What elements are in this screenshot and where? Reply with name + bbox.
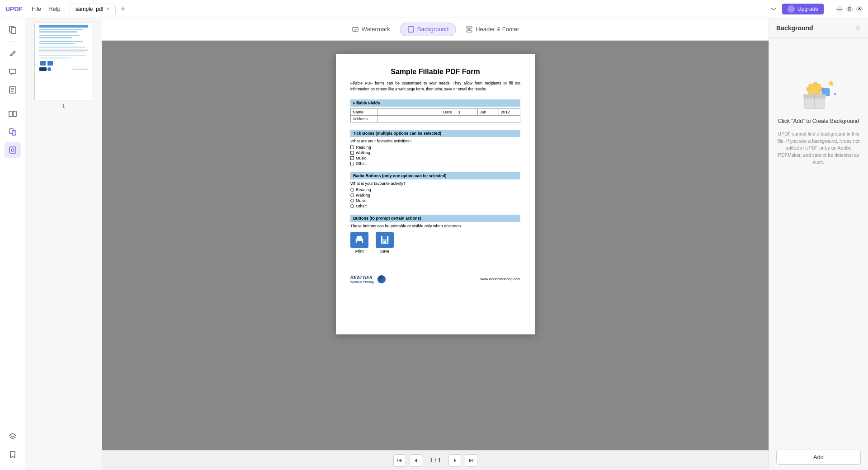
background-illustration bbox=[796, 72, 841, 113]
right-panel-desc: UPDF cannot find a background in this fi… bbox=[776, 131, 861, 166]
tab-add-button[interactable]: + bbox=[118, 4, 128, 14]
svg-rect-27 bbox=[383, 241, 386, 243]
tab-bar: sample_pdf ✕ + bbox=[70, 4, 770, 14]
nav-prev-page[interactable] bbox=[410, 454, 422, 467]
pdf-footer: BEATTIES World of Printing www.worldofpr… bbox=[350, 272, 520, 284]
radio-reading: Reading bbox=[350, 188, 520, 192]
date-month: Jan bbox=[477, 108, 499, 115]
sidebar-icon-comment[interactable] bbox=[5, 64, 21, 80]
logo-beatties: BEATTIES bbox=[350, 275, 374, 280]
svg-rect-7 bbox=[9, 111, 12, 117]
nav-last-page[interactable] bbox=[465, 454, 477, 467]
sidebar-icon-bookmark[interactable] bbox=[5, 446, 21, 463]
background-button[interactable]: Background bbox=[400, 23, 456, 36]
date-day: 1 bbox=[456, 108, 477, 115]
radio-circle-music bbox=[350, 199, 354, 202]
right-panel-title: Background bbox=[776, 24, 813, 32]
watermark-button[interactable]: W Watermark bbox=[344, 23, 398, 36]
buttons-section-container: Buttons (to prompt certain actions) Thes… bbox=[350, 215, 520, 254]
svg-marker-36 bbox=[828, 80, 835, 87]
address-input bbox=[377, 115, 520, 122]
nav-first-page[interactable] bbox=[393, 454, 406, 467]
tab-sample-pdf[interactable]: sample_pdf ✕ bbox=[70, 4, 116, 14]
header-footer-button[interactable]: Header & Footer bbox=[458, 23, 527, 36]
date-label: Date bbox=[441, 108, 456, 115]
titlebar-right: Upgrade — ⊡ ✕ bbox=[770, 4, 863, 14]
right-panel-footer: Add bbox=[769, 444, 868, 470]
close-button[interactable]: ✕ bbox=[856, 6, 863, 12]
sidebar-divider-1 bbox=[7, 42, 18, 42]
app-logo: UPDF bbox=[5, 5, 23, 13]
tab-label: sample_pdf bbox=[75, 6, 104, 12]
svg-rect-25 bbox=[382, 236, 387, 240]
svg-rect-10 bbox=[12, 131, 16, 135]
radio-circle-other bbox=[350, 204, 354, 208]
date-year: 2012 bbox=[499, 108, 520, 115]
pdf-view-area[interactable]: Sample Fillable PDF Form Fillable PDF fo… bbox=[102, 41, 769, 450]
dropdown-icon bbox=[770, 6, 777, 12]
sidebar-icon-layers[interactable] bbox=[5, 428, 21, 445]
menu-file[interactable]: File bbox=[32, 5, 41, 12]
upgrade-button[interactable]: Upgrade bbox=[782, 4, 824, 14]
pin-icon[interactable]: ☆ bbox=[854, 24, 861, 32]
sidebar-icon-convert[interactable] bbox=[5, 124, 21, 140]
pdf-save-button: Save bbox=[376, 232, 394, 254]
checkbox-music bbox=[350, 156, 354, 160]
header-footer-icon bbox=[466, 26, 473, 33]
pdf-form-table: Name Date 1 Jan 2012 Address bbox=[350, 108, 520, 122]
svg-rect-17 bbox=[467, 31, 472, 32]
pdf-section-fillable: Fillable Fields bbox=[350, 99, 520, 107]
svg-rect-11 bbox=[9, 147, 16, 153]
pdf-section-tickboxes: Tick Boxes (multiple options can be sele… bbox=[350, 130, 520, 137]
tab-close-icon[interactable]: ✕ bbox=[106, 6, 110, 11]
menu-help[interactable]: Help bbox=[48, 5, 61, 12]
illustration-container bbox=[796, 74, 841, 110]
activities-question: What are your favourite activities? bbox=[350, 139, 520, 143]
buttons-desc: These buttons can be printable or visibl… bbox=[350, 224, 520, 228]
svg-marker-37 bbox=[833, 92, 836, 95]
pdf-radios: What is your favourite activity? Reading… bbox=[350, 181, 520, 208]
pdf-checkboxes: What are your favourite activities? Read… bbox=[350, 139, 520, 166]
sidebar-icon-edit[interactable] bbox=[5, 46, 21, 62]
sidebar-icon-forms[interactable] bbox=[5, 82, 21, 98]
address-label: Address bbox=[351, 115, 377, 122]
logo-globe bbox=[377, 275, 386, 283]
svg-rect-23 bbox=[358, 240, 359, 240]
check-music: Music bbox=[350, 156, 520, 160]
sidebar-divider-2 bbox=[7, 102, 18, 102]
svg-rect-15 bbox=[408, 27, 414, 32]
pdf-intro: Fillable PDF forms can be customised to … bbox=[350, 80, 520, 92]
svg-text:W: W bbox=[354, 28, 357, 31]
watermark-icon: W bbox=[352, 26, 359, 33]
sidebar-icon-background[interactable] bbox=[5, 142, 21, 158]
main-layout: 1 W Watermark Background Header & Footer… bbox=[0, 18, 868, 470]
pdf-page: Sample Fillable PDF Form Fillable PDF fo… bbox=[336, 54, 535, 334]
radio-other: Other: bbox=[350, 204, 520, 208]
window-controls: — ⊡ ✕ bbox=[836, 6, 863, 12]
minimize-button[interactable]: — bbox=[836, 6, 843, 12]
radio-circle-walking bbox=[350, 193, 354, 197]
menu-bar: File Help bbox=[32, 5, 61, 12]
sidebar-icon-organize[interactable] bbox=[5, 106, 21, 122]
svg-rect-16 bbox=[467, 27, 472, 28]
print-icon bbox=[350, 232, 368, 248]
pdf-title: Sample Fillable PDF Form bbox=[350, 68, 520, 76]
page-number-thumb: 1 bbox=[62, 103, 65, 108]
page-thumbnail[interactable] bbox=[34, 23, 93, 100]
pdf-print-button: Print bbox=[350, 232, 368, 254]
svg-rect-34 bbox=[806, 87, 810, 91]
pdf-action-buttons: Print Save bbox=[350, 232, 520, 254]
sidebar bbox=[0, 18, 25, 470]
titlebar: UPDF File Help sample_pdf ✕ + Upgrade — … bbox=[0, 0, 868, 18]
right-panel-header: Background ☆ bbox=[769, 18, 868, 38]
maximize-button[interactable]: ⊡ bbox=[846, 6, 853, 12]
background-icon bbox=[407, 26, 415, 33]
sidebar-icon-pages[interactable] bbox=[5, 22, 21, 38]
add-background-button[interactable]: Add bbox=[776, 450, 861, 465]
logo-world: World of Printing bbox=[350, 280, 374, 284]
svg-point-12 bbox=[11, 149, 14, 151]
checkbox-reading bbox=[350, 146, 354, 149]
radio-circle-reading bbox=[350, 188, 354, 192]
nav-next-page[interactable] bbox=[448, 454, 461, 467]
check-reading: Reading bbox=[350, 145, 520, 150]
